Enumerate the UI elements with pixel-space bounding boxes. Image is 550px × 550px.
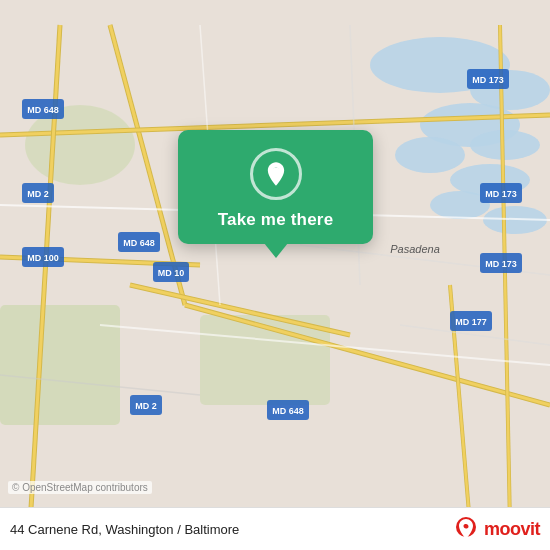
moovit-brand-name: moovit — [484, 519, 540, 540]
address-label: 44 Carnene Rd, Washington / Baltimore — [10, 522, 239, 537]
svg-text:MD 173: MD 173 — [485, 189, 517, 199]
moovit-icon — [452, 515, 480, 543]
map-attribution: © OpenStreetMap contributors — [8, 481, 152, 494]
footer-bar: 44 Carnene Rd, Washington / Baltimore mo… — [0, 507, 550, 550]
location-pin-icon — [250, 148, 302, 200]
svg-text:MD 2: MD 2 — [135, 401, 157, 411]
pin-svg — [262, 160, 290, 188]
svg-text:Pasadena: Pasadena — [390, 243, 440, 255]
svg-text:MD 648: MD 648 — [123, 238, 155, 248]
svg-rect-0 — [0, 25, 550, 525]
svg-text:MD 648: MD 648 — [27, 105, 59, 115]
take-me-there-button[interactable]: Take me there — [218, 210, 334, 230]
navigation-card: Take me there — [178, 130, 373, 244]
moovit-logo: moovit — [452, 515, 540, 543]
footer-address-container: 44 Carnene Rd, Washington / Baltimore — [10, 522, 239, 537]
svg-text:MD 100: MD 100 — [27, 253, 59, 263]
svg-rect-9 — [0, 305, 120, 425]
svg-text:MD 177: MD 177 — [455, 317, 487, 327]
svg-text:MD 173: MD 173 — [472, 75, 504, 85]
map-container: MD 648 MD 2 MD 100 MD 648 MD 10 MD 2 MD … — [0, 0, 550, 550]
svg-text:MD 2: MD 2 — [27, 189, 49, 199]
svg-point-4 — [395, 137, 465, 173]
svg-text:MD 173: MD 173 — [485, 259, 517, 269]
map-background: MD 648 MD 2 MD 100 MD 648 MD 10 MD 2 MD … — [0, 0, 550, 550]
svg-text:MD 648: MD 648 — [272, 406, 304, 416]
svg-text:MD 10: MD 10 — [158, 268, 185, 278]
svg-point-5 — [470, 130, 540, 160]
